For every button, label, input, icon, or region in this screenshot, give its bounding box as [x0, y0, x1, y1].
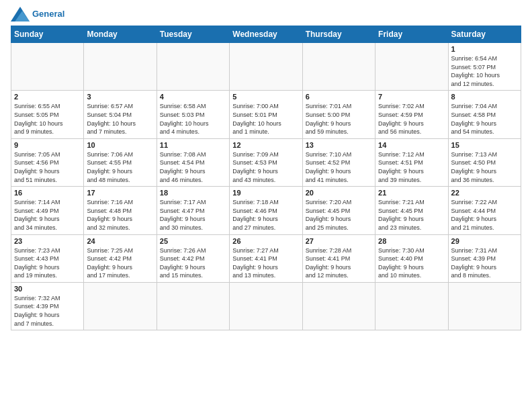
week-row-6: 30Sunrise: 7:32 AM Sunset: 4:39 PM Dayli… [11, 282, 521, 330]
day-number: 26 [232, 237, 299, 245]
day-info: Sunrise: 6:55 AM Sunset: 5:05 PM Dayligh… [14, 102, 81, 136]
week-row-4: 16Sunrise: 7:14 AM Sunset: 4:49 PM Dayli… [11, 187, 521, 234]
day-info: Sunrise: 7:21 AM Sunset: 4:45 PM Dayligh… [378, 198, 445, 232]
weekday-header-monday: Monday [84, 26, 157, 43]
day-cell: 4Sunrise: 6:58 AM Sunset: 5:03 PM Daylig… [157, 91, 229, 138]
day-number: 15 [451, 141, 518, 149]
day-info: Sunrise: 7:28 AM Sunset: 4:41 PM Dayligh… [306, 246, 372, 280]
day-number: 18 [160, 189, 226, 197]
day-number: 25 [160, 237, 226, 245]
day-number: 27 [306, 237, 372, 245]
header: General [11, 7, 521, 21]
day-number: 21 [378, 189, 445, 197]
day-cell: 2Sunrise: 6:55 AM Sunset: 5:05 PM Daylig… [11, 91, 84, 138]
day-info: Sunrise: 7:27 AM Sunset: 4:41 PM Dayligh… [232, 246, 299, 280]
day-number: 12 [232, 141, 299, 149]
day-info: Sunrise: 7:00 AM Sunset: 5:01 PM Dayligh… [232, 102, 299, 136]
weekday-header-sunday: Sunday [11, 26, 84, 43]
day-info: Sunrise: 7:02 AM Sunset: 4:59 PM Dayligh… [378, 102, 445, 136]
day-number: 4 [160, 93, 226, 101]
day-number: 6 [306, 93, 372, 101]
day-cell: 24Sunrise: 7:25 AM Sunset: 4:42 PM Dayli… [84, 234, 157, 282]
week-row-2: 2Sunrise: 6:55 AM Sunset: 5:05 PM Daylig… [11, 91, 521, 138]
weekday-header-wednesday: Wednesday [230, 26, 302, 43]
day-cell: 1Sunrise: 6:54 AM Sunset: 5:07 PM Daylig… [448, 43, 521, 91]
weekday-header-row: SundayMondayTuesdayWednesdayThursdayFrid… [11, 26, 521, 43]
day-info: Sunrise: 7:18 AM Sunset: 4:46 PM Dayligh… [232, 198, 299, 232]
day-number: 7 [378, 93, 445, 101]
day-info: Sunrise: 7:09 AM Sunset: 4:53 PM Dayligh… [232, 150, 299, 184]
logo: General [11, 7, 64, 21]
day-number: 19 [232, 189, 299, 197]
day-cell [302, 282, 375, 330]
day-cell [11, 43, 84, 91]
weekday-header-thursday: Thursday [302, 26, 375, 43]
day-number: 5 [232, 93, 299, 101]
day-info: Sunrise: 7:12 AM Sunset: 4:51 PM Dayligh… [378, 150, 445, 184]
logo-icon [11, 7, 30, 21]
day-number: 13 [306, 141, 372, 149]
day-cell: 15Sunrise: 7:13 AM Sunset: 4:50 PM Dayli… [448, 138, 521, 186]
day-info: Sunrise: 7:10 AM Sunset: 4:52 PM Dayligh… [306, 150, 372, 184]
day-number: 24 [87, 237, 153, 245]
day-cell: 7Sunrise: 7:02 AM Sunset: 4:59 PM Daylig… [375, 91, 448, 138]
day-cell [302, 43, 375, 91]
day-cell: 26Sunrise: 7:27 AM Sunset: 4:41 PM Dayli… [230, 234, 302, 282]
day-cell: 5Sunrise: 7:00 AM Sunset: 5:01 PM Daylig… [230, 91, 302, 138]
day-info: Sunrise: 7:13 AM Sunset: 4:50 PM Dayligh… [451, 150, 518, 184]
day-number: 10 [87, 141, 153, 149]
day-cell: 20Sunrise: 7:20 AM Sunset: 4:45 PM Dayli… [302, 187, 375, 234]
day-number: 29 [451, 237, 518, 245]
day-cell: 22Sunrise: 7:22 AM Sunset: 4:44 PM Dayli… [448, 187, 521, 234]
day-cell: 30Sunrise: 7:32 AM Sunset: 4:39 PM Dayli… [11, 282, 84, 330]
day-cell [157, 43, 229, 91]
day-cell: 27Sunrise: 7:28 AM Sunset: 4:41 PM Dayli… [302, 234, 375, 282]
day-cell: 28Sunrise: 7:30 AM Sunset: 4:40 PM Dayli… [375, 234, 448, 282]
day-cell [375, 43, 448, 91]
day-cell: 17Sunrise: 7:16 AM Sunset: 4:48 PM Dayli… [84, 187, 157, 234]
day-cell: 25Sunrise: 7:26 AM Sunset: 4:42 PM Dayli… [157, 234, 229, 282]
day-number: 14 [378, 141, 445, 149]
day-cell: 16Sunrise: 7:14 AM Sunset: 4:49 PM Dayli… [11, 187, 84, 234]
day-info: Sunrise: 7:05 AM Sunset: 4:56 PM Dayligh… [14, 150, 81, 184]
day-cell: 3Sunrise: 6:57 AM Sunset: 5:04 PM Daylig… [84, 91, 157, 138]
day-info: Sunrise: 7:25 AM Sunset: 4:42 PM Dayligh… [87, 246, 153, 280]
day-cell [84, 282, 157, 330]
weekday-header-saturday: Saturday [448, 26, 521, 43]
day-number: 16 [14, 189, 81, 197]
calendar: SundayMondayTuesdayWednesdayThursdayFrid… [11, 26, 521, 330]
day-number: 3 [87, 93, 153, 101]
day-info: Sunrise: 7:14 AM Sunset: 4:49 PM Dayligh… [14, 198, 81, 232]
day-info: Sunrise: 7:16 AM Sunset: 4:48 PM Dayligh… [87, 198, 153, 232]
weekday-header-friday: Friday [375, 26, 448, 43]
day-cell: 11Sunrise: 7:08 AM Sunset: 4:54 PM Dayli… [157, 138, 229, 186]
day-cell [448, 282, 521, 330]
day-info: Sunrise: 7:23 AM Sunset: 4:43 PM Dayligh… [14, 246, 81, 280]
week-row-1: 1Sunrise: 6:54 AM Sunset: 5:07 PM Daylig… [11, 43, 521, 91]
day-info: Sunrise: 6:58 AM Sunset: 5:03 PM Dayligh… [160, 102, 226, 136]
day-info: Sunrise: 7:04 AM Sunset: 4:58 PM Dayligh… [451, 102, 518, 136]
day-cell [375, 282, 448, 330]
day-cell [157, 282, 229, 330]
day-number: 20 [306, 189, 372, 197]
day-number: 2 [14, 93, 81, 101]
day-number: 23 [14, 237, 81, 245]
day-number: 8 [451, 93, 518, 101]
day-info: Sunrise: 6:54 AM Sunset: 5:07 PM Dayligh… [451, 54, 518, 88]
day-info: Sunrise: 7:31 AM Sunset: 4:39 PM Dayligh… [451, 246, 518, 280]
day-cell: 6Sunrise: 7:01 AM Sunset: 5:00 PM Daylig… [302, 91, 375, 138]
week-row-3: 9Sunrise: 7:05 AM Sunset: 4:56 PM Daylig… [11, 138, 521, 186]
day-number: 30 [14, 285, 81, 293]
day-cell: 21Sunrise: 7:21 AM Sunset: 4:45 PM Dayli… [375, 187, 448, 234]
day-number: 28 [378, 237, 445, 245]
day-cell [84, 43, 157, 91]
day-info: Sunrise: 7:30 AM Sunset: 4:40 PM Dayligh… [378, 246, 445, 280]
day-cell: 9Sunrise: 7:05 AM Sunset: 4:56 PM Daylig… [11, 138, 84, 186]
day-cell: 18Sunrise: 7:17 AM Sunset: 4:47 PM Dayli… [157, 187, 229, 234]
week-row-5: 23Sunrise: 7:23 AM Sunset: 4:43 PM Dayli… [11, 234, 521, 282]
day-cell: 12Sunrise: 7:09 AM Sunset: 4:53 PM Dayli… [230, 138, 302, 186]
page: General SundayMondayTuesdayWednesdayThur… [0, 0, 532, 411]
day-cell: 23Sunrise: 7:23 AM Sunset: 4:43 PM Dayli… [11, 234, 84, 282]
day-cell: 19Sunrise: 7:18 AM Sunset: 4:46 PM Dayli… [230, 187, 302, 234]
day-info: Sunrise: 7:01 AM Sunset: 5:00 PM Dayligh… [306, 102, 372, 136]
